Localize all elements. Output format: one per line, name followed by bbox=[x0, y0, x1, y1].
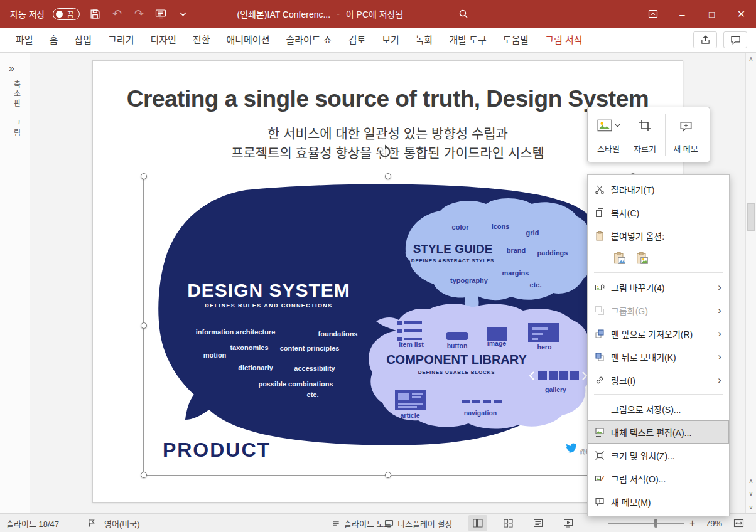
context-menu-item-link[interactable]: 링크(I) › bbox=[588, 368, 729, 391]
diagram-label: etc. bbox=[530, 281, 542, 289]
ribbon-tab-home[interactable]: 홈 bbox=[41, 28, 67, 53]
fit-to-window-button[interactable] bbox=[733, 514, 744, 532]
display-settings-button[interactable]: 디스플레이 설정 bbox=[384, 514, 452, 532]
toolbar-dropdown-chevron-icon[interactable] bbox=[176, 7, 190, 21]
ribbon-tab-transitions[interactable]: 전환 bbox=[185, 28, 219, 53]
context-menu-item-new-comment[interactable]: 새 메모(M) bbox=[588, 490, 729, 513]
ribbon-tab-insert[interactable]: 삽입 bbox=[66, 28, 100, 53]
slide-sorter-view-button[interactable] bbox=[499, 515, 517, 531]
ribbon-tab-picture-format[interactable]: 그림 서식 bbox=[537, 28, 590, 53]
redo-icon[interactable]: ↷ bbox=[132, 7, 146, 21]
ribbon-tab-design[interactable]: 디자인 bbox=[142, 28, 184, 53]
zoom-in-button[interactable]: + bbox=[689, 514, 695, 532]
context-menu-item-format-picture[interactable]: 그림 서식(O)... bbox=[588, 467, 729, 490]
change-picture-icon bbox=[595, 282, 611, 292]
titlebar: 자동 저장 끔 ↶ ↷ (인쇄본)IAT Conferenc... - 이 PC… bbox=[0, 0, 756, 28]
design-system-subtitle: DEFINES RULES AND CONNECTIONS bbox=[205, 302, 332, 309]
language-indicator[interactable]: 영어(미국) bbox=[104, 514, 140, 532]
ribbon-tab-help[interactable]: 도움말 bbox=[495, 28, 537, 53]
flag-icon[interactable] bbox=[88, 514, 95, 532]
resize-handle-top-center[interactable] bbox=[385, 173, 391, 179]
menu-item-label: 그림으로 저장(S)... bbox=[611, 403, 724, 415]
menu-item-label: 맨 뒤로 보내기(K) bbox=[611, 351, 718, 363]
resize-handle-top-left[interactable] bbox=[141, 173, 147, 179]
context-menu-item-send-to-back[interactable]: 맨 뒤로 보내기(K) › bbox=[588, 345, 729, 368]
display-settings-label: 디스플레이 설정 bbox=[397, 518, 452, 529]
search-icon[interactable] bbox=[458, 9, 468, 19]
resize-handle-middle-left[interactable] bbox=[141, 322, 147, 329]
slide-notes-toggle[interactable]: 슬라이드 노트 bbox=[332, 514, 391, 532]
menu-item-label: 맨 앞으로 가져오기(R) bbox=[611, 327, 718, 340]
rotate-handle[interactable] bbox=[377, 144, 393, 160]
vertical-scrollbar[interactable]: ∧ ∧ ∨ ∨ bbox=[745, 53, 756, 513]
context-menu-item-save-as-picture[interactable]: 그림으로 저장(S)... bbox=[588, 397, 729, 420]
paste-as-picture-button[interactable] bbox=[634, 250, 651, 267]
close-button[interactable]: ✕ bbox=[726, 0, 756, 28]
reading-view-button[interactable] bbox=[529, 515, 548, 531]
share-button[interactable] bbox=[693, 31, 717, 48]
style-button-label: 스타일 bbox=[597, 142, 620, 154]
context-menu-item-size-and-position[interactable]: 크기 및 위치(Z)... bbox=[588, 444, 729, 467]
zoom-out-button[interactable]: — bbox=[594, 514, 602, 532]
design-system-whale-image[interactable]: DESIGN SYSTEM DEFINES RULES AND CONNECTI… bbox=[144, 176, 633, 475]
comments-button[interactable] bbox=[723, 31, 747, 48]
new-comment-button[interactable]: 새 메모 bbox=[667, 111, 704, 158]
context-menu-item-change-picture[interactable]: 그림 바꾸기(4) › bbox=[588, 275, 729, 299]
picture-styles-button[interactable]: 스타일 bbox=[590, 111, 627, 158]
menu-item-label: 그림 서식(O)... bbox=[611, 472, 724, 485]
minimize-button[interactable]: – bbox=[667, 0, 697, 28]
ribbon-display-options-icon[interactable] bbox=[638, 0, 667, 28]
diagram-label: possible combinations bbox=[258, 380, 333, 388]
ribbon-tab-review[interactable]: 검토 bbox=[340, 28, 374, 53]
clipboard-icon bbox=[595, 231, 611, 241]
button-wireframe-icon bbox=[446, 332, 468, 340]
maximize-button[interactable]: □ bbox=[697, 0, 726, 28]
next-slide-icon[interactable]: ∨ bbox=[746, 490, 756, 497]
new-comment-button-label: 새 메모 bbox=[673, 142, 698, 154]
scrollbar-thumb[interactable] bbox=[747, 203, 755, 231]
alt-text-icon bbox=[595, 427, 611, 437]
start-slideshow-icon[interactable] bbox=[154, 7, 168, 21]
normal-view-button[interactable] bbox=[468, 515, 487, 531]
context-menu-item-cut[interactable]: 잘라내기(T) bbox=[588, 178, 729, 201]
menu-item-label: 대체 텍스트 편집(A)... bbox=[611, 426, 724, 439]
ribbon-tab-developer[interactable]: 개발 도구 bbox=[441, 28, 494, 53]
document-title[interactable]: (인쇄본)IAT Conferenc... bbox=[237, 8, 331, 20]
zoom-slider-track[interactable] bbox=[608, 523, 684, 524]
ribbon-tab-view[interactable]: 보기 bbox=[374, 28, 408, 53]
context-menu-item-bring-to-front[interactable]: 맨 앞으로 가져오기(R) › bbox=[588, 322, 729, 345]
expand-panel-icon[interactable]: » bbox=[9, 63, 30, 74]
thumbnail-panel-label: 축소판 그림 bbox=[11, 80, 22, 138]
scroll-down-icon[interactable]: ∨ bbox=[746, 504, 756, 511]
resize-handle-bottom-center[interactable] bbox=[385, 472, 391, 478]
slide-counter[interactable]: 슬라이드 18/47 bbox=[6, 514, 59, 532]
diagram-label: information architecture bbox=[196, 328, 276, 336]
ribbon-tab-file[interactable]: 파일 bbox=[8, 28, 41, 53]
diagram-label: hero bbox=[537, 343, 552, 351]
group-icon bbox=[595, 306, 611, 316]
paste-keep-source-formatting-button[interactable] bbox=[611, 250, 629, 267]
context-menu-item-edit-alt-text[interactable]: 대체 텍스트 편집(A)... bbox=[588, 420, 729, 444]
title-separator: - bbox=[337, 9, 340, 19]
save-icon[interactable] bbox=[88, 7, 102, 21]
previous-slide-icon[interactable]: ∧ bbox=[746, 477, 756, 484]
resize-handle-bottom-left[interactable] bbox=[141, 472, 147, 478]
style-guide-subtitle: DEFINES ABSTRACT STYLES bbox=[411, 258, 494, 263]
ribbon-tab-record[interactable]: 녹화 bbox=[408, 28, 441, 53]
undo-icon[interactable]: ↶ bbox=[110, 7, 124, 21]
scroll-up-icon[interactable]: ∧ bbox=[746, 55, 756, 62]
slideshow-view-button[interactable] bbox=[559, 515, 578, 531]
menu-item-label: 잘라내기(T) bbox=[611, 183, 724, 196]
autosave-toggle[interactable]: 끔 bbox=[53, 8, 80, 20]
ribbon-tab-draw[interactable]: 그리기 bbox=[100, 28, 142, 53]
picture-selection-box[interactable]: DESIGN SYSTEM DEFINES RULES AND CONNECTI… bbox=[144, 176, 633, 475]
crop-button[interactable]: 자르기 bbox=[627, 111, 663, 158]
context-menu-item-group: 그룹화(G) › bbox=[588, 299, 729, 322]
context-menu-item-copy[interactable]: 복사(C) bbox=[588, 201, 729, 224]
ribbon-tab-slide-show[interactable]: 슬라이드 쇼 bbox=[278, 28, 340, 53]
zoom-level[interactable]: 79% bbox=[706, 514, 722, 532]
zoom-slider-thumb[interactable] bbox=[654, 519, 657, 528]
hero-wireframe-icon bbox=[528, 323, 559, 342]
saved-status[interactable]: 이 PC에 저장됨 bbox=[346, 8, 404, 20]
ribbon-tab-animations[interactable]: 애니메이션 bbox=[218, 28, 278, 53]
